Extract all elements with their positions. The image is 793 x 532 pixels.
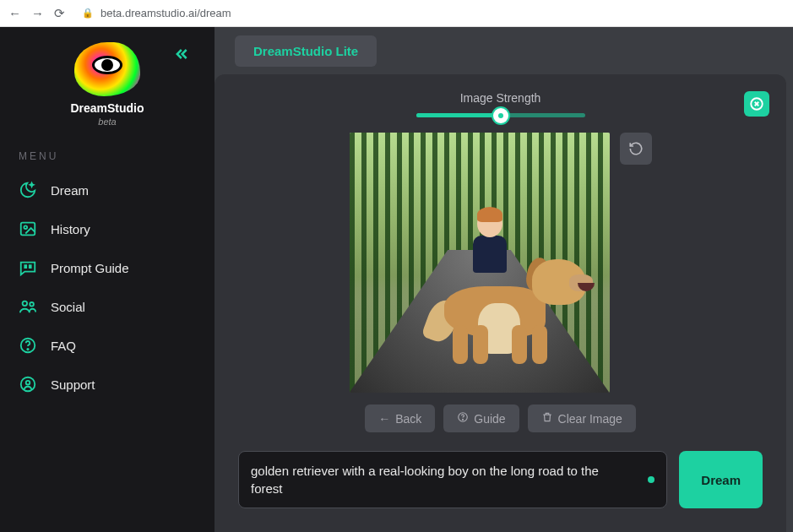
sidebar-item-label: FAQ [51, 339, 76, 353]
moon-sparkle-icon [19, 181, 37, 199]
image-strength-slider[interactable] [416, 113, 585, 117]
url-bar[interactable]: 🔒 beta.dreamstudio.ai/dream [77, 7, 785, 19]
nav-reload-icon[interactable]: ⟳ [54, 6, 65, 21]
image-icon [19, 220, 37, 238]
sidebar-item-prompt-guide[interactable]: Prompt Guide [0, 248, 215, 287]
main: DreamStudio Lite Image Strength [215, 27, 793, 532]
svg-point-1 [24, 225, 27, 229]
trash-icon [541, 411, 553, 426]
nav-forward-icon[interactable]: → [31, 6, 44, 21]
sidebar-item-history[interactable]: History [0, 209, 215, 248]
mode-button[interactable]: DreamStudio Lite [235, 35, 377, 67]
quote-bubble-icon [19, 258, 37, 277]
preview-image [350, 133, 610, 393]
workspace: Image Strength [215, 74, 786, 532]
brand-logo[interactable]: DreamStudio beta [70, 42, 144, 127]
browser-toolbar: ← → ⟳ 🔒 beta.dreamstudio.ai/dream [0, 0, 793, 27]
svg-point-3 [30, 302, 34, 307]
svg-point-2 [23, 301, 27, 307]
sidebar-item-label: History [51, 222, 90, 236]
clear-image-button-label: Clear Image [558, 412, 622, 426]
image-strength-label: Image Strength [460, 91, 541, 105]
sidebar-item-dream[interactable]: Dream [0, 171, 215, 209]
menu-list: Dream History Prompt Guide Social [0, 171, 215, 404]
logo-eye-icon [74, 42, 140, 96]
back-button[interactable]: ← Back [365, 404, 435, 432]
dream-button[interactable]: Dream [679, 451, 763, 508]
sidebar-item-faq[interactable]: FAQ [0, 326, 215, 365]
sidebar-item-label: Social [51, 300, 85, 314]
nav-back-icon[interactable]: ← [8, 6, 21, 21]
sidebar: DreamStudio beta MENU Dream History [0, 27, 215, 532]
users-icon [19, 297, 37, 316]
brand-name: DreamStudio [70, 101, 144, 115]
svg-point-7 [26, 381, 30, 385]
guide-button[interactable]: Guide [443, 404, 519, 432]
back-button-label: Back [395, 412, 421, 426]
close-button[interactable] [744, 91, 769, 117]
collapse-sidebar-icon[interactable] [172, 46, 189, 67]
svg-point-5 [27, 349, 28, 350]
prompt-input[interactable]: golden retriever with a real-looking boy… [238, 451, 667, 508]
svg-point-10 [463, 419, 464, 420]
sidebar-item-label: Support [51, 377, 95, 392]
url-text: beta.dreamstudio.ai/dream [100, 7, 231, 19]
sidebar-item-support[interactable]: Support [0, 365, 215, 404]
menu-heading: MENU [0, 127, 215, 171]
clear-image-button[interactable]: Clear Image [528, 404, 636, 432]
arrow-left-icon: ← [378, 412, 390, 426]
prompt-text: golden retriever with a real-looking boy… [251, 464, 599, 496]
guide-button-label: Guide [474, 412, 505, 426]
sidebar-item-social[interactable]: Social [0, 287, 215, 326]
brand-subtitle: beta [70, 117, 144, 127]
lock-icon: 🔒 [82, 8, 94, 19]
sidebar-item-label: Dream [51, 183, 89, 198]
globe-person-icon [19, 375, 37, 394]
question-circle-icon [19, 336, 37, 355]
dog-figure [427, 252, 579, 371]
regenerate-button[interactable] [620, 133, 652, 165]
status-dot-icon [648, 476, 654, 483]
question-icon [457, 411, 469, 426]
slider-thumb[interactable] [493, 108, 508, 123]
sidebar-item-label: Prompt Guide [51, 261, 129, 275]
topbar: DreamStudio Lite [215, 27, 793, 74]
